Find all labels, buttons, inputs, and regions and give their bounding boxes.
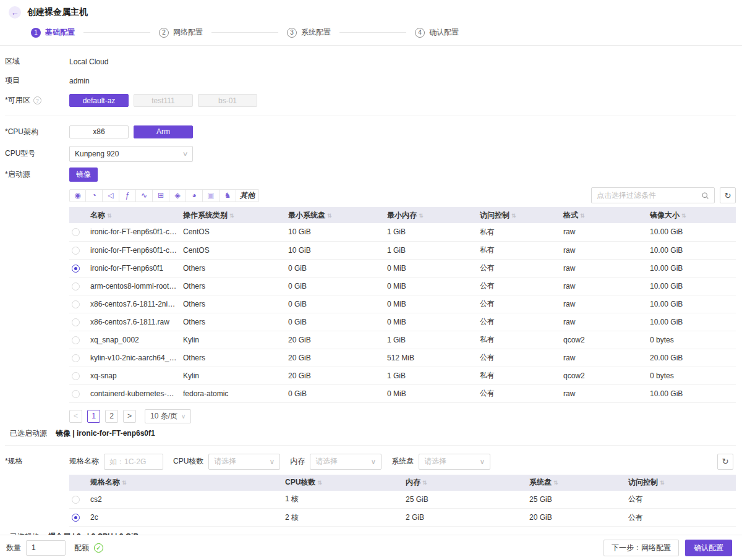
opensuse-flag-icon[interactable]: ◁ [103, 189, 119, 202]
access-control-cell: 公有 [477, 349, 561, 367]
count-input[interactable] [26, 540, 66, 556]
radio-cell [69, 295, 88, 313]
step-label: 系统配置 [301, 27, 331, 38]
flavor-filter-row: *规格 规格名称 CPU核数 请选择∨ 内存 请选择∨ 系统盘 请选择∨ [5, 451, 736, 472]
table-row[interactable]: xq_snap_0002Kylin20 GiB1 GiB私有qcow20 byt… [69, 331, 736, 349]
ubuntu-icon[interactable]: ◈ [169, 189, 186, 202]
sort-icon[interactable]: ⇅ [317, 480, 322, 486]
cpu-count-cell: 1 核 [283, 491, 403, 509]
kylin-icon[interactable]: ♞ [220, 189, 236, 202]
confirm-config-button[interactable]: 确认配置 [685, 540, 732, 556]
table-row[interactable]: x86-centos7.6-1811.rawOthers0 GiB0 MiB公有… [69, 313, 736, 331]
table-row[interactable]: cs21 核25 GiB25 GiB公有 [69, 491, 736, 509]
sort-icon[interactable]: ⇅ [580, 213, 585, 219]
chevron-down-icon: ∨ [181, 413, 186, 420]
sort-icon[interactable]: ⇅ [681, 213, 686, 219]
az-option-bs-01[interactable]: bs-01 [198, 94, 257, 107]
sort-icon[interactable]: ⇅ [422, 480, 427, 486]
image-radio[interactable] [72, 390, 80, 398]
image-radio[interactable] [72, 336, 80, 344]
column-title: 访问控制 [628, 478, 658, 486]
sort-icon[interactable]: ⇅ [122, 480, 127, 486]
system-disk-select[interactable]: 请选择∨ [419, 454, 490, 470]
image-name-cell: arm-centos8-iommi-root_Admin123 [88, 277, 181, 295]
image-name-cell: x86-centos7.6-1811.raw [88, 313, 181, 331]
region-label: 区域 [5, 56, 69, 67]
vm-image-icon[interactable]: ▣ [203, 189, 220, 202]
cpu-arch-row: *CPU架构 x86Arm [5, 121, 736, 142]
count-label: 数量 [6, 543, 21, 553]
memory-select[interactable]: 请选择∨ [310, 454, 382, 470]
windows-icon[interactable]: ⊞ [153, 189, 169, 202]
image-radio[interactable] [72, 300, 80, 308]
image-source-button[interactable]: 镜像 [69, 168, 98, 182]
sort-icon[interactable]: ⇅ [327, 213, 332, 219]
project-value: admin [69, 77, 90, 85]
access-control-cell: 私有 [477, 223, 561, 241]
sort-icon[interactable]: ⇅ [419, 213, 424, 219]
sort-icon[interactable]: ⇅ [553, 480, 558, 486]
flavor-name-input[interactable] [104, 454, 163, 470]
image-radio[interactable] [72, 282, 80, 291]
step-4[interactable]: 4确认配置 [415, 27, 459, 38]
format-cell: qcow2 [561, 331, 647, 349]
step-1[interactable]: 1基础配置 [31, 27, 75, 38]
az-option-default-az[interactable]: default-az [69, 94, 129, 107]
pagination: < 12 > 10 条/页 ∨ [69, 409, 736, 423]
image-radio[interactable] [72, 318, 80, 326]
cpu-model-select[interactable]: Kunpeng 920 ∨ [69, 146, 193, 162]
sort-icon[interactable]: ⇅ [511, 213, 516, 219]
image-radio[interactable] [72, 228, 80, 236]
table-row[interactable]: x86-centos7.6-1811-2nic.ttyS1.cl...Other… [69, 295, 736, 313]
step-3[interactable]: 3系统配置 [287, 27, 331, 38]
arch-option-Arm[interactable]: Arm [134, 125, 193, 138]
help-icon[interactable]: ? [33, 96, 41, 104]
image-radio[interactable] [72, 265, 80, 273]
step-connector [339, 32, 406, 33]
column-header: 最小内存⇅ [385, 207, 477, 223]
min-ram-cell: 1 GiB [385, 223, 477, 241]
os-other-button[interactable]: 其他 [236, 189, 259, 202]
cpu-count-select[interactable]: 请选择∨ [208, 454, 280, 470]
refresh-images-button[interactable]: ↻ [720, 187, 736, 203]
refresh-flavors-button[interactable]: ↻ [717, 454, 733, 470]
centos-icon[interactable]: ◉ [69, 189, 86, 202]
step-2[interactable]: 2网络配置 [159, 27, 203, 38]
image-radio[interactable] [72, 372, 80, 380]
page-button-2[interactable]: 2 [105, 410, 118, 423]
image-radio[interactable] [72, 354, 80, 362]
table-row[interactable]: containerd-kubernetes-node-ima...fedora-… [69, 384, 736, 402]
next-page-button[interactable]: > [123, 410, 136, 423]
access-control-cell: 公有 [626, 491, 736, 509]
table-row[interactable]: ironic-for-FT-enp6s0f1Others0 GiB0 MiB公有… [69, 259, 736, 277]
az-option-test111[interactable]: test111 [134, 94, 193, 107]
table-row[interactable]: xq-snapKylin20 GiB1 GiB私有qcow20 bytes [69, 367, 736, 384]
arch-option-x86[interactable]: x86 [69, 125, 129, 138]
sort-icon[interactable]: ⇅ [660, 480, 665, 486]
min-disk-cell: 0 GiB [286, 259, 385, 277]
sort-icon[interactable]: ⇅ [107, 213, 112, 219]
table-row[interactable]: 2c2 核2 GiB20 GiB公有 [69, 509, 736, 527]
tux-linux-icon[interactable]: ◕ [186, 189, 203, 202]
table-row[interactable]: ironic-for-FT-enp6s0f1-cloud-init-...Cen… [69, 223, 736, 241]
next-step-button[interactable]: 下一步：网络配置 [603, 540, 679, 556]
fedora-icon[interactable]: ƒ [119, 189, 136, 202]
table-row[interactable]: kylin-v10-2nic-aarch64_tools-wit...Other… [69, 349, 736, 367]
page-size-select[interactable]: 10 条/页 ∨ [145, 409, 191, 423]
column-title: CPU核数 [285, 478, 315, 486]
table-row[interactable]: ironic-for-FT-enp6s0f1-cloud-initCentOS1… [69, 241, 736, 259]
prev-page-button[interactable]: < [69, 410, 82, 423]
sort-icon[interactable]: ⇅ [229, 213, 234, 219]
back-arrow-icon[interactable]: ← [9, 6, 21, 19]
debian-icon[interactable]: ◔ [86, 189, 103, 202]
table-row[interactable]: arm-centos8-iommi-root_Admin123Others0 G… [69, 277, 736, 295]
image-filter-input[interactable]: 点击选择过滤条件 [591, 187, 715, 203]
flavor-radio[interactable] [72, 496, 80, 504]
region-row: 区域 Local Cloud [5, 52, 736, 71]
image-radio[interactable] [72, 247, 80, 255]
selected-boot-label: 已选启动源 [10, 428, 47, 439]
min-ram-cell: 1 GiB [385, 331, 477, 349]
page-button-1[interactable]: 1 [87, 410, 100, 423]
suse-gecko-icon[interactable]: ∿ [136, 189, 153, 202]
flavor-radio[interactable] [72, 514, 80, 522]
